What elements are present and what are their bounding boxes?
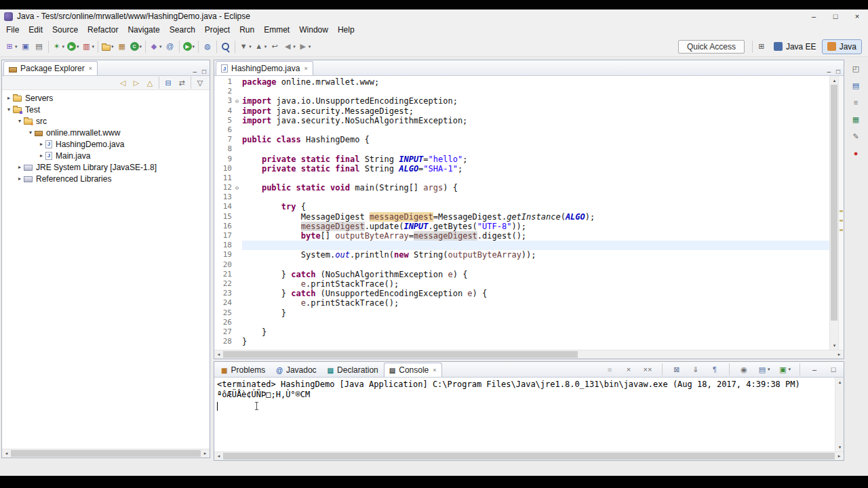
strip-minimized-ant-view-button[interactable]: ✎ [849,130,863,142]
perspective-java[interactable]: Java [822,39,862,54]
toolbar-last-edit-location-button[interactable]: ↩ [268,39,281,54]
code-text[interactable]: private static final String INPUT="hello… [242,155,829,164]
scroll-up-button[interactable]: ▴ [835,378,844,386]
scroll-track[interactable] [11,449,201,458]
strip-minimized-snippets-view-button[interactable]: ▦ [849,113,863,125]
tree-item-main-java[interactable]: ▸JMain.java [2,150,210,161]
toolbar-new-java-class-button[interactable]: C▾ [129,39,144,54]
quick-access-button[interactable]: Quick Access [678,40,745,54]
tree-item-servers[interactable]: ▸Servers [2,92,210,104]
console-tab-problems[interactable]: ▦Problems [216,363,271,377]
expanded-arrow-icon[interactable]: ▾ [5,106,13,113]
tree-item-jre-system-library-javase-1-8[interactable]: ▸JRE System Library [JavaSE-1.8] [2,161,210,173]
console-word-wrap-button[interactable]: ¶ [708,362,722,377]
pkgexp-view-menu-button[interactable]: ▽ [193,77,207,89]
maximize-view-button[interactable]: □ [202,68,206,75]
code-text[interactable]: } [242,308,829,318]
code-text[interactable]: import java.security.NoSuchAlgorithmExce… [242,116,829,125]
console-open-console-button[interactable]: ▣▾ [776,362,792,377]
menu-navigate[interactable]: Navigate [123,24,164,36]
pkgexp-collapse-all-button[interactable]: ⊟ [161,77,175,89]
code-text[interactable]: } catch (NoSuchAlgorithmException e) { [242,270,829,279]
menu-source[interactable]: Source [47,24,83,36]
code-text[interactable] [242,125,829,135]
console-remove-all-terminated-button[interactable]: ×× [641,362,654,377]
scroll-track[interactable] [835,386,844,443]
code-text[interactable]: } [242,327,829,337]
toolbar-run-button[interactable]: ▶▾ [66,39,81,54]
console-terminate-button[interactable]: ■ [603,362,616,377]
code-text[interactable]: public static void main(String[] args) { [242,183,829,192]
toolbar-back-button[interactable]: ◀▾ [281,39,297,54]
console-clear-console-button[interactable]: ⊠ [670,362,684,377]
editor-vscrollbar[interactable]: ▴ ▾ [829,76,838,350]
code-text[interactable]: messageDigest.update(INPUT.getBytes("UTF… [242,222,829,231]
code-text[interactable] [242,192,829,202]
code-text[interactable]: System.out.println(new String(outputByte… [242,250,829,260]
toolbar-next-annotation-button[interactable]: ▼▾ [237,39,253,54]
menu-search[interactable]: Search [165,24,200,36]
toolbar-print-button[interactable]: ▤ [33,39,46,54]
scroll-thumb[interactable] [11,450,201,457]
close-view-icon[interactable]: × [433,367,436,373]
scroll-track[interactable] [223,452,835,460]
scroll-thumb[interactable] [831,85,837,321]
fold-marker-icon[interactable]: ⊖ [232,96,242,106]
collapsed-arrow-icon[interactable]: ▸ [37,152,45,159]
code-text[interactable]: } catch (UnsupportedEncodingException e)… [242,289,829,298]
code-text[interactable]: package online.mrwallet.www; [242,77,829,87]
toolbar-open-web-browser-button[interactable]: ◍ [201,39,214,54]
close-view-icon[interactable]: × [89,65,92,72]
console-display-selected-console-button[interactable]: ▤▾ [756,362,772,377]
overview-ruler[interactable] [838,76,844,350]
strip-restore-views-button[interactable]: ◰ [849,62,863,75]
collapsed-arrow-icon[interactable]: ▸ [16,176,24,182]
pkgexp-back-button[interactable]: ◁ [116,77,130,89]
close-editor-icon[interactable]: × [304,65,307,72]
scroll-left-button[interactable]: ◂ [214,350,223,359]
scroll-thumb[interactable] [223,351,578,358]
strip-error-log-view-button[interactable]: ● [849,147,863,159]
scroll-right-button[interactable]: ▸ [835,350,844,359]
toolbar-search-button[interactable] [219,39,233,54]
tree-item-src[interactable]: ▾src [2,115,210,127]
editor-tab-hashingdemo[interactable]: J HashingDemo.java × [216,61,313,75]
code-text[interactable]: public class HashingDemo { [242,135,829,144]
pkgexp-forward-button[interactable]: ▷ [130,77,143,89]
toolbar-coverage-button[interactable]: ▥▾ [81,39,96,54]
console-scroll-lock-button[interactable]: ⇓ [689,362,703,377]
package-explorer-hscrollbar[interactable]: ◂ ▸ [2,449,210,458]
package-explorer-tab[interactable]: Package Explorer × [3,61,98,75]
code-text[interactable]: e.printStackTrace(); [242,279,829,289]
perspective-java-ee[interactable]: Java EE [768,39,822,54]
scroll-left-button[interactable]: ◂ [2,449,11,458]
scroll-thumb[interactable] [223,453,835,460]
code-text[interactable] [242,318,829,327]
menu-refactor[interactable]: Refactor [83,24,123,36]
code-text[interactable] [242,260,829,270]
toolbar-save-button[interactable]: ▣ [19,39,33,54]
scroll-track[interactable] [223,350,835,359]
occurrence-marker[interactable] [840,229,843,231]
console-pin-console-button[interactable]: ◉ [737,362,751,377]
tree-item-referenced-libraries[interactable]: ▸Referenced Libraries [2,173,210,184]
scroll-right-button[interactable]: ▸ [201,449,210,458]
close-window-button[interactable]: × [846,9,868,23]
pkgexp-link-with-editor-button[interactable]: ⇄ [175,77,189,89]
menu-file[interactable]: File [1,24,24,36]
strip-minimized-outline-view-button[interactable]: ▤ [849,79,863,92]
code-text[interactable]: private static final String ALGO="SHA-1"… [242,164,829,174]
scroll-right-button[interactable]: ▸ [835,452,844,461]
toolbar-new-jar-button[interactable]: ◆▾ [148,39,163,54]
toolbar-forward-button[interactable]: ▶▾ [297,39,313,54]
console-maximize-view-button[interactable]: □ [827,362,840,377]
minimize-window-button[interactable]: – [803,9,825,23]
toolbar-external-tools-button[interactable]: ▶▾ [182,39,197,54]
expanded-arrow-icon[interactable]: ▾ [16,118,24,124]
expanded-arrow-icon[interactable]: ▾ [26,129,35,136]
menu-emmet[interactable]: Emmet [259,24,294,36]
toolbar-new-wizard-button[interactable]: ⊞▾ [3,39,19,54]
code-text[interactable]: try { [242,202,829,211]
code-text[interactable] [242,87,829,96]
occurrence-marker[interactable] [840,210,843,212]
